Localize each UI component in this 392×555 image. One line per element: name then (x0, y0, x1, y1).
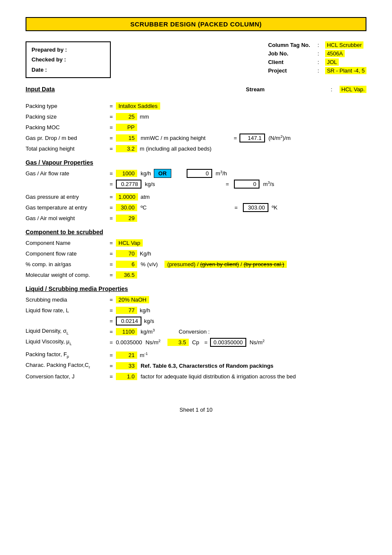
gas-mol-row: Gas / Air mol weight = 29 (26, 213, 366, 223)
page-title: SCRUBBER DESIGN (PACKED COLUMN) (26, 17, 366, 31)
packing-size-label: Packing size (26, 113, 107, 120)
liquid-flow-row2: = 0.0214 kg/s (26, 316, 366, 325)
project-label: Project (268, 67, 315, 74)
gas-mol-label: Gas / Air mol weight (26, 215, 107, 221)
packing-drop-value[interactable]: 15 (116, 134, 137, 142)
packing-drop-label: Gas pr. Drop / m bed (26, 135, 107, 141)
liquid-cp-value[interactable]: 3.5 (167, 339, 189, 346)
comp-mol-row: Molecular weight of comp. = 36.5 (26, 270, 366, 279)
packing-factor-unit: m-1 (140, 352, 148, 358)
component-section-title: Component to be scrubbed (26, 229, 366, 235)
gas-mol-value[interactable]: 29 (116, 215, 137, 222)
packing-factor-value[interactable]: 21 (116, 352, 137, 359)
liquid-viscosity-unit: Ns/m2 (145, 339, 160, 346)
gas-temp-label: Gas temperature at entry (26, 204, 107, 211)
or-button[interactable]: OR (154, 169, 172, 178)
liquid-density-unit: kg/m3 (141, 328, 155, 335)
column-tag-row: Column Tag No. : HCL Scrubber (268, 41, 366, 49)
comp-flow-label: Component flow rate (26, 250, 107, 257)
liquid-section-title: Liquid / Scrubbing media Properties (26, 285, 366, 292)
gas-temp-k[interactable]: 303.00 (243, 203, 268, 212)
charac-factor-row: Charac. Packing Factor,Cr = 33 Ref. Tabl… (26, 361, 366, 370)
gas-temp-row: Gas temperature at entry = 30.00 ºC = 30… (26, 203, 366, 212)
liquid-cp-result-unit: Ns/m2 (250, 339, 265, 346)
gas-flow-m3s[interactable]: 0 (234, 180, 259, 189)
gas-pressure-value[interactable]: 1.0000 (116, 193, 138, 200)
date-label: Date : (32, 65, 105, 75)
stream-label: Stream (246, 86, 327, 93)
comp-pct-value[interactable]: 6 (116, 261, 137, 268)
liquid-media-value[interactable]: 20% NaOH (116, 296, 149, 303)
comp-mol-value[interactable]: 36.5 (116, 271, 137, 279)
gas-temp-k-unit: ºK (272, 204, 277, 211)
gas-flow-kgs[interactable]: 0.2778 (116, 180, 141, 189)
gas-pressure-row: Gas pressure at entry = 1.0000 atm (26, 192, 366, 201)
liquid-cp-label: Cp (192, 339, 199, 346)
liquid-flow-label: Liquid flow rate, L (26, 307, 107, 314)
conv-factor-label: Conversion factor, J (26, 373, 107, 380)
header-right: Column Tag No. : HCL Scrubber Job No. : … (268, 41, 366, 78)
packing-moc-value[interactable]: PP (116, 124, 137, 131)
liquid-density-label: Liquid Density, σL (26, 328, 107, 335)
liquid-density-value[interactable]: 1100 (116, 328, 137, 335)
packing-height-value[interactable]: 3.2 (116, 145, 137, 152)
conv-factor-row: Conversion factor, J = 1.0 factor for ad… (26, 372, 366, 381)
liquid-flow-kgh[interactable]: 77 (116, 307, 137, 314)
header-section: Prepared by : Checked by : Date : Column… (26, 41, 366, 78)
comp-pct-note: (presumed) / (given by client) / (by pro… (164, 261, 287, 268)
project-value: SR - Plant -4, 5 (325, 67, 366, 74)
stream-row: Stream : HCL Vap. (246, 86, 366, 93)
checked-label: Checked by : (32, 55, 105, 64)
packing-moc-label: Packing MOC (26, 124, 107, 131)
gas-pressure-unit: atm (141, 194, 150, 200)
job-no-label: Job No. (268, 50, 315, 57)
packing-height-label: Total packing height (26, 145, 107, 152)
comp-name-value[interactable]: HCL Vap (116, 239, 143, 247)
liquid-viscosity-value[interactable]: 0.0035000 (116, 339, 142, 346)
client-label: Client (268, 59, 315, 65)
charac-factor-note: Ref. Table 6.3, Characterstics of Random… (141, 363, 274, 369)
comp-mol-label: Molecular weight of comp. (26, 272, 107, 278)
gas-section-title: Gas / Vapour Properties (26, 159, 366, 166)
gas-flow-row2: = 0.2778 kg/s = 0 m3/s (26, 179, 366, 189)
comp-name-row: Component Name = HCL Vap (26, 238, 366, 247)
charac-factor-value[interactable]: 33 (116, 362, 137, 369)
liquid-cp-result[interactable]: 0.00350000 (210, 338, 246, 347)
gas-temp-unit: ºC (141, 204, 147, 211)
gas-temp-value[interactable]: 30.00 (116, 204, 137, 211)
packing-moc-row: Packing MOC = PP (26, 122, 366, 132)
liquid-media-row: Scrubbing media = 20% NaOH (26, 295, 366, 304)
column-tag-value: HCL Scrubber (325, 41, 363, 49)
comp-name-label: Component Name (26, 240, 107, 246)
conv-factor-note: factor for adequate liquid distribution … (141, 373, 296, 380)
packing-size-value[interactable]: 25 (116, 113, 137, 120)
page-footer: Sheet 1 of 10 (26, 407, 366, 413)
comp-flow-row: Component flow rate = 70 Kg/h (26, 249, 366, 258)
liquid-media-label: Scrubbing media (26, 296, 107, 303)
liquid-flow-row1: Liquid flow rate, L = 77 kg/h (26, 305, 366, 315)
job-no-value: 4506A (325, 50, 345, 57)
packing-size-unit: mm (140, 113, 149, 120)
packing-type-value[interactable]: Intallox Saddles (116, 102, 160, 110)
packing-drop-unit: mmWC / m packing height (141, 135, 205, 141)
comp-pct-row: % comp. in air/gas = 6 % (v/v) (presumed… (26, 259, 366, 269)
packing-size-row: Packing size = 25 mm (26, 112, 366, 121)
gas-flow-m3h[interactable]: 0 (187, 169, 212, 178)
packing-type-label: Packing type (26, 103, 107, 109)
gas-flow-kgh[interactable]: 1000 (116, 170, 137, 177)
packing-drop-result[interactable]: 147.1 (239, 134, 265, 142)
packing-factor-label: Packing factor, Fp (26, 351, 107, 359)
packing-drop-row: Gas pr. Drop / m bed = 15 mmWC / m packi… (26, 133, 366, 142)
stream-value: HCL Vap. (340, 86, 366, 93)
prepared-box: Prepared by : Checked by : Date : (26, 41, 111, 78)
comp-flow-unit: Kg/h (140, 250, 151, 257)
liquid-flow-kgs[interactable]: 0.0214 (116, 317, 141, 325)
prepared-label: Prepared by : (32, 45, 105, 55)
client-row: Client : JOL (268, 58, 366, 66)
packing-factor-row: Packing factor, Fp = 21 m-1 (26, 350, 366, 360)
conv-factor-value[interactable]: 1.0 (116, 373, 137, 380)
input-data-title: Input Data (26, 86, 55, 93)
packing-height-unit: m (including all packed beds) (140, 145, 211, 152)
comp-flow-value[interactable]: 70 (116, 250, 137, 257)
liquid-density-row: Liquid Density, σL = 1100 kg/m3 Conversi… (26, 327, 366, 336)
